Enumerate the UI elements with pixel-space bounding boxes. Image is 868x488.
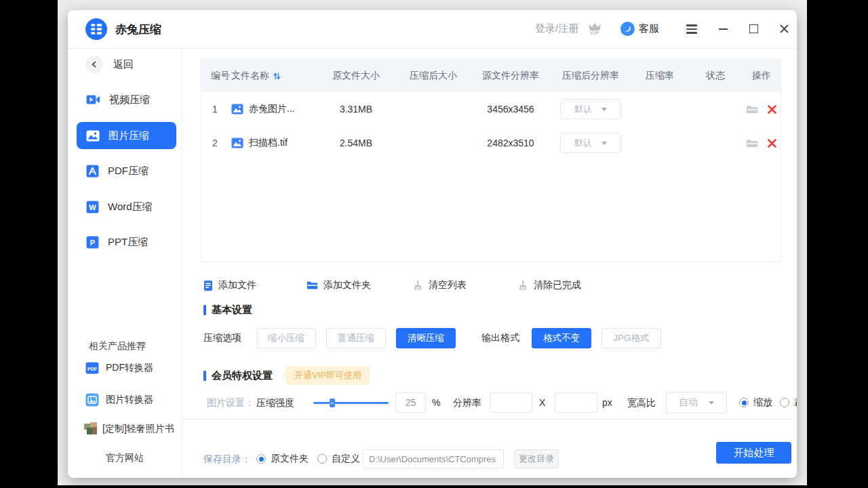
resolution-dropdown[interactable]: 默认 (560, 133, 621, 153)
sidebar-item-ppt-compress[interactable]: P PPT压缩 (77, 228, 176, 256)
strength-slider[interactable] (313, 402, 389, 404)
file-table: 编号 文件名称 原文件大小 压缩后大小 源文件分辨率 压缩后分辨率 压缩率 状态 (201, 59, 781, 262)
ppt-icon: P (86, 236, 99, 249)
add-folder-button[interactable]: 添加文件夹 (307, 277, 371, 294)
sidebar-item-label: 图片压缩 (108, 129, 149, 142)
resolution-height-input[interactable] (555, 392, 597, 413)
row-index: 1 (201, 104, 231, 115)
file-name: 扫描档.tif (249, 137, 288, 149)
original-folder-radio-group[interactable]: 原文件夹 (256, 449, 309, 469)
section-marker (203, 371, 206, 381)
add-folder-icon (307, 281, 318, 290)
aspect-ratio-dropdown[interactable]: 自动 (666, 392, 727, 413)
dropdown-value: 默认 (574, 103, 592, 115)
open-folder-icon[interactable] (746, 138, 758, 148)
crop-radio[interactable] (780, 398, 789, 407)
section-divider (182, 419, 797, 420)
resolution-width-input[interactable] (490, 392, 532, 413)
clear-finished-button[interactable]: 清除已完成 (517, 277, 581, 294)
col-status: 状态 (688, 70, 743, 82)
save-directory-row: 保存目录： 原文件夹 自定义 更改目录 (182, 449, 797, 469)
recommend-title: 相关产品推荐 (68, 340, 167, 352)
pdf-badge-glyph: PDF (87, 367, 98, 371)
word-icon: W (86, 201, 99, 214)
slider-handle[interactable] (330, 399, 335, 407)
add-folder-label: 添加文件夹 (323, 279, 371, 291)
delete-icon[interactable] (767, 104, 777, 115)
custom-folder-radio-group[interactable]: 自定义 (317, 449, 360, 469)
maximize-icon[interactable] (749, 24, 758, 33)
vip-label: VIP (590, 30, 599, 36)
image-settings-row: 图片设置： 压缩强度 % 分辨率 X px 宽高比 自动 缩放 裁 (182, 391, 797, 414)
table-row: 2 扫描档.tif 2.54MB 2482x3510 (201, 126, 781, 160)
sort-icon[interactable] (273, 72, 281, 81)
customer-service-button[interactable]: 客服 (620, 22, 659, 36)
official-website-link[interactable]: 官方网站 (68, 452, 182, 464)
sidebar-item-label: 视频压缩 (109, 94, 150, 106)
login-register-link[interactable]: 登录/注册 (535, 22, 578, 35)
crop-radio-group[interactable]: 裁 (780, 391, 797, 414)
format-keep-button[interactable]: 格式不变 (532, 328, 591, 348)
add-file-icon (203, 280, 213, 291)
out-res-cell: 默认 (550, 99, 631, 119)
app-logo-icon (85, 18, 107, 40)
original-folder-label: 原文件夹 (271, 453, 309, 465)
delete-icon[interactable] (767, 138, 777, 148)
start-processing-button[interactable]: 开始处理 (716, 442, 791, 464)
option-shrink-button[interactable]: 缩小压缩 (256, 328, 316, 348)
format-jpg-button[interactable]: JPG格式 (601, 328, 661, 348)
change-directory-button[interactable]: 更改目录 (514, 449, 559, 468)
custom-folder-label: 自定义 (332, 453, 360, 465)
strength-label: 压缩强度 (256, 391, 294, 414)
recommend-item-photo-book[interactable]: [定制]轻奢照片书 (84, 422, 174, 435)
compress-options-row: 压缩选项 缩小压缩 普通压缩 清晰压缩 输出格式 格式不变 JPG格式 (203, 328, 661, 348)
minimize-icon[interactable] (719, 28, 728, 30)
image-icon (86, 130, 100, 142)
sidebar-item-image-compress[interactable]: 图片压缩 (77, 122, 176, 149)
resolution-label: 分辨率 (453, 391, 481, 414)
resolution-dropdown[interactable]: 默认 (560, 99, 621, 119)
percent-label: % (432, 391, 440, 414)
recommend-item-image-converter[interactable]: 图片转换器 (85, 393, 153, 407)
times-label: X (539, 391, 545, 414)
clear-list-button[interactable]: 清空列表 (412, 277, 467, 294)
recommend-item-pdf-converter[interactable]: PDF PDF转换器 (85, 361, 153, 375)
scale-radio[interactable] (739, 398, 749, 407)
photo-book-icon (84, 422, 97, 435)
compress-option-label: 压缩选项 (203, 332, 241, 344)
add-file-label: 添加文件 (218, 279, 256, 291)
vip-settings-title: 会员特权设置 (212, 369, 273, 382)
original-folder-radio[interactable] (256, 454, 266, 464)
open-folder-icon[interactable] (746, 104, 758, 115)
orig-size: 2.54MB (317, 138, 395, 148)
sidebar-item-video-compress[interactable]: 视频压缩 (77, 86, 176, 113)
close-icon[interactable] (780, 24, 789, 33)
option-clear-button[interactable]: 清晰压缩 (396, 328, 456, 348)
customer-service-icon (620, 22, 635, 36)
scale-label: 缩放 (753, 396, 772, 409)
save-path-input[interactable] (363, 449, 504, 468)
clear-finished-label: 清除已完成 (534, 279, 581, 291)
image-file-icon (231, 104, 243, 115)
operations-cell (743, 138, 781, 148)
sidebar-item-pdf-compress[interactable]: PDF压缩 (77, 157, 176, 184)
vip-button[interactable]: VIP (587, 22, 603, 36)
sidebar-item-word-compress[interactable]: W Word压缩 (77, 193, 176, 220)
scale-radio-group[interactable]: 缩放 (739, 391, 772, 414)
menu-icon[interactable] (684, 22, 700, 36)
src-resolution: 3456x3456 (471, 104, 550, 115)
chevron-down-icon (601, 142, 607, 145)
col-operation: 操作 (743, 70, 781, 82)
back-label: 返回 (113, 58, 134, 71)
sidebar-item-label: PPT压缩 (108, 236, 148, 249)
strength-input[interactable] (395, 392, 426, 413)
sidebar-item-label: Word压缩 (108, 201, 153, 214)
custom-folder-radio[interactable] (317, 454, 327, 464)
image-settings-label: 图片设置： (207, 391, 254, 414)
vip-settings-section: 会员特权设置 开通VIP即可使用 (203, 366, 370, 385)
out-res-cell: 默认 (550, 133, 631, 153)
add-file-button[interactable]: 添加文件 (203, 277, 256, 294)
back-button[interactable]: 返回 (85, 56, 134, 73)
dropdown-value: 默认 (574, 137, 592, 149)
option-normal-button[interactable]: 普通压缩 (326, 328, 386, 348)
